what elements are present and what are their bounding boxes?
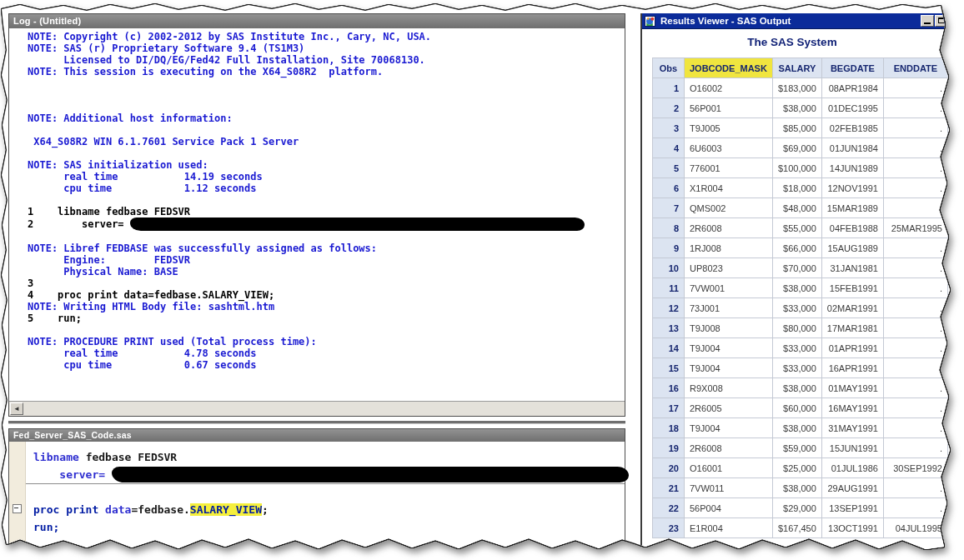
table-row: 6X1R004$18,00012NOV1991. (653, 178, 948, 198)
results-viewer-window: Results Viewer - SAS Output The SAS Syst… (640, 13, 964, 560)
column-header: ENDDATE (883, 58, 947, 78)
screenshot-stage: Log - (Untitled) NOTE: Copyright (c) 200… (0, 0, 964, 560)
table-cell: $38,000 (772, 418, 821, 438)
table-row: 2256P004$29,00013SEP1991. (653, 498, 948, 518)
table-cell: 20 (653, 458, 685, 478)
log-window: Log - (Untitled) NOTE: Copyright (c) 200… (8, 13, 625, 417)
table-cell: 23 (653, 518, 685, 538)
table-cell: 01JUN1984 (821, 138, 883, 158)
table-row: 18T9J004$38,00031MAY1991. (653, 418, 948, 438)
table-row: 91RJ008$66,00015AUG1989. (653, 238, 948, 258)
maximize-button[interactable] (935, 15, 948, 27)
table-cell: 17MAR1981 (821, 318, 883, 338)
minimize-icon (924, 22, 931, 24)
window-separator (8, 421, 625, 424)
code-line (33, 483, 623, 501)
log-line: NOTE: SAS initialization used: (28, 159, 625, 171)
log-line: cpu time 0.67 seconds (28, 359, 625, 371)
log-line: NOTE: Copyright (c) 2002-2012 by SAS Ins… (28, 31, 625, 42)
table-cell: $60,000 (772, 398, 821, 418)
table-cell: . (883, 318, 947, 338)
table-cell: 8 (653, 218, 685, 238)
table-row: 5776001$100,00014JUN1989. (653, 158, 948, 178)
table-cell: 04FEB1988 (821, 218, 883, 238)
code-line: run; (33, 518, 623, 536)
editor-content[interactable]: libname fedbase FEDSVR server= proc prin… (9, 442, 625, 554)
table-cell: 16 (653, 378, 685, 398)
minimize-button[interactable] (921, 15, 934, 27)
table-cell: $33,000 (772, 358, 821, 378)
table-cell: 14JUN1989 (821, 158, 883, 178)
log-line (28, 231, 625, 242)
table-row: 23E1R004$167,45013OCT199104JUL1995 (653, 518, 948, 538)
table-cell: X1R004 (685, 178, 773, 198)
log-line: 3 (28, 278, 625, 289)
column-header: Obs (653, 58, 685, 78)
table-cell: T9J004 (685, 338, 773, 358)
log-content[interactable]: NOTE: Copyright (c) 2002-2012 by SAS Ins… (9, 28, 625, 402)
table-cell: QMS002 (685, 198, 773, 218)
horizontal-scrollbar[interactable]: ◄ (9, 401, 625, 416)
table-cell: $38,000 (772, 378, 821, 398)
table-row: 256P001$38,00001DEC1995. (653, 98, 948, 118)
log-line (28, 324, 625, 336)
results-table: ObsJOBCODE_MASKSALARYBEGDATEENDDATE 1O16… (652, 58, 948, 538)
table-row: 15T9J004$33,00016APR1991. (653, 358, 948, 378)
log-text: NOTE: Copyright (c) 2002-2012 by SAS Ins… (9, 28, 625, 371)
table-cell: 7VW011 (685, 478, 773, 498)
editor-window-titlebar[interactable]: Fed_Server_SAS_Code.sas (9, 429, 625, 442)
table-cell: . (883, 438, 947, 458)
table-cell: $38,000 (772, 98, 821, 118)
table-cell: 7 (653, 198, 685, 218)
results-window-titlebar[interactable]: Results Viewer - SAS Output (642, 13, 964, 29)
table-cell: O16001 (685, 458, 773, 478)
table-cell: . (883, 338, 947, 358)
editor-window-title: Fed_Server_SAS_Code.sas (13, 430, 132, 440)
table-cell: 776001 (685, 158, 773, 178)
log-line: Licensed to DI/DQ/EG/Fed42 Full Installa… (28, 54, 625, 66)
table-cell: R9X008 (685, 378, 773, 398)
table-cell: $48,000 (772, 198, 821, 218)
table-cell: 15 (653, 358, 685, 378)
log-window-titlebar[interactable]: Log - (Untitled) (9, 14, 625, 28)
table-cell: 17 (653, 398, 685, 418)
table-cell: 01MAY1991 (821, 378, 883, 398)
table-cell: . (883, 178, 947, 198)
scroll-left-button[interactable]: ◄ (10, 402, 23, 415)
log-line (28, 148, 625, 159)
log-line: Engine: FEDSVR (28, 254, 625, 266)
table-cell: . (883, 278, 947, 298)
table-cell: . (883, 158, 947, 178)
table-cell: 31JAN1981 (821, 258, 883, 278)
table-cell: $29,000 (772, 498, 821, 518)
table-cell: . (883, 118, 947, 138)
table-cell: $59,000 (772, 438, 821, 458)
table-cell: $183,000 (772, 78, 821, 98)
table-cell: 11 (653, 278, 685, 298)
log-line: 2 server= (28, 218, 625, 231)
table-cell: T9J008 (685, 318, 773, 338)
page-background: Log - (Untitled) NOTE: Copyright (c) 200… (0, 0, 964, 560)
table-cell: . (883, 358, 947, 378)
table-cell: 6U6003 (685, 138, 773, 158)
table-row: 16R9X008$38,00001MAY1991. (653, 378, 948, 398)
table-cell: UP8023 (685, 258, 773, 278)
log-line (28, 194, 625, 206)
results-header-row: ObsJOBCODE_MASKSALARYBEGDATEENDDATE (653, 58, 948, 78)
log-line: 4 proc print data=fedbase.SALARY_VIEW; (28, 289, 625, 301)
table-row: 46U6003$69,00001JUN1984. (653, 138, 948, 158)
results-content[interactable]: The SAS System ObsJOBCODE_MASKSALARYBEGD… (642, 29, 964, 560)
table-cell: 9 (653, 238, 685, 258)
log-line: NOTE: This session is executing on the X… (28, 66, 625, 78)
results-viewer-icon (645, 16, 655, 27)
log-line: NOTE: PROCEDURE PRINT used (Total proces… (28, 336, 625, 348)
table-cell: 73J001 (685, 298, 773, 318)
log-line: real time 4.78 seconds (28, 348, 625, 359)
table-cell: 16MAY1991 (821, 398, 883, 418)
table-cell: 18 (653, 418, 685, 438)
collapse-toggle-icon[interactable] (13, 504, 22, 513)
log-line: NOTE: SAS (r) Proprietary Software 9.4 (… (28, 42, 625, 54)
log-line: cpu time 1.12 seconds (28, 182, 625, 194)
table-cell: $80,000 (772, 318, 821, 338)
table-cell: 56P004 (685, 498, 773, 518)
